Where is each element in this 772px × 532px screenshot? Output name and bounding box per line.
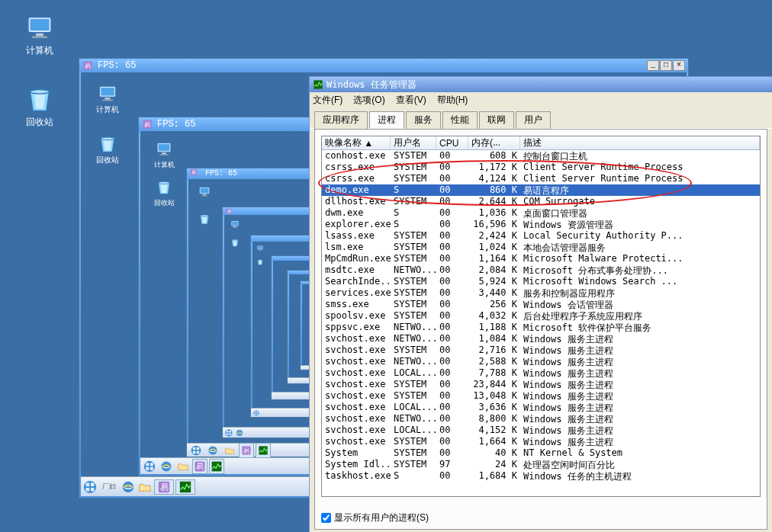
table-row[interactable]: dwm.exeS001,036 K桌面窗口管理器 xyxy=(322,207,760,219)
computer-icon xyxy=(24,12,55,41)
task-manager-window[interactable]: Windows 任务管理器 文件(F) 选项(O) 查看(V) 帮助(H) 应用… xyxy=(309,76,772,532)
col-mem[interactable]: 内存(... xyxy=(468,136,520,149)
taskmgr-tabpane: 映像名称 ▲ 用户名 CPU 内存(... 描述 conhost.exeSYST… xyxy=(314,129,767,530)
e-icon xyxy=(142,119,153,130)
table-row[interactable]: svchost.exeSYSTEM0023,844 KWindows 服务主进程 xyxy=(322,379,760,390)
close-button[interactable]: × xyxy=(673,60,685,71)
mini-computer-2[interactable]: 计算机 xyxy=(148,139,180,170)
col-cpu[interactable]: CPU xyxy=(436,136,468,149)
table-row[interactable]: lsm.exeSYSTEM001,024 K本地会话管理器服务 xyxy=(322,242,760,253)
mini-computer-3[interactable] xyxy=(193,185,216,199)
search-box[interactable]: 厂妇 xyxy=(99,479,119,495)
table-row[interactable]: svchost.exeLOCAL...003,636 KWindows 服务主进… xyxy=(322,402,760,413)
recycle-icon xyxy=(24,84,55,113)
fps-titlebar[interactable]: FPS: 65 _ □ × xyxy=(79,59,688,72)
tab-apps[interactable]: 应用程序 xyxy=(314,111,368,129)
recycle-icon xyxy=(97,133,118,153)
tab-services[interactable]: 服务 xyxy=(406,111,441,129)
ie-icon[interactable] xyxy=(159,459,174,474)
e-icon xyxy=(82,60,93,71)
table-row[interactable]: services.exeSYSTEM003,440 K服务和控制器应用程序 xyxy=(322,287,760,299)
desktop-icon-computer[interactable]: 计算机 xyxy=(15,12,64,57)
table-row[interactable]: svchost.exeNETWO...008,800 KWindows 服务主进… xyxy=(322,413,760,425)
tab-processes[interactable]: 进程 xyxy=(369,111,404,129)
folder-icon[interactable] xyxy=(137,479,153,495)
menu-help[interactable]: 帮助(H) xyxy=(437,94,468,107)
taskmgr-icon[interactable] xyxy=(175,479,195,495)
table-row[interactable]: svchost.exeSYSTEM001,664 KWindows 服务主进程 xyxy=(322,436,760,447)
taskmgr-icon[interactable] xyxy=(209,459,224,474)
taskmgr-titlebar[interactable]: Windows 任务管理器 xyxy=(310,77,772,92)
show-all-users-checkbox-row: 显示所有用户的进程(S) xyxy=(321,511,429,524)
table-row[interactable]: taskhost.exeS001,684 KWindows 任务的主机进程 xyxy=(322,470,760,482)
table-row[interactable]: svchost.exeSYSTEM0013,048 KWindows 服务主进程 xyxy=(322,390,760,402)
recycle-icon xyxy=(198,213,211,225)
taskmgr-icon[interactable] xyxy=(256,443,271,458)
listview-header: 映像名称 ▲ 用户名 CPU 内存(... 描述 xyxy=(322,136,760,150)
taskmgr-tabs: 应用程序 进程 服务 性能 联网 用户 xyxy=(310,107,772,129)
fps-title: FPS: 65 xyxy=(98,59,136,72)
table-row[interactable]: svchost.exeLOCAL...004,152 KWindows 服务主进… xyxy=(322,425,760,436)
start-icon[interactable] xyxy=(188,443,204,458)
table-row[interactable]: svchost.exeLOCAL...007,788 KWindows 服务主进… xyxy=(322,367,760,379)
computer-icon xyxy=(153,139,175,159)
table-row[interactable]: demo.exeS00860 K易语言程序 xyxy=(322,184,760,196)
col-desc[interactable]: 描述 xyxy=(520,136,760,149)
table-row[interactable]: conhost.exeSYSTEM00608 K控制台窗口主机 xyxy=(322,150,760,162)
table-row[interactable]: msdtc.exeNETWO...002,084 KMicrosoft 分布式事… xyxy=(322,264,760,276)
folder-icon[interactable] xyxy=(222,443,237,458)
taskmgr-title: Windows 任务管理器 xyxy=(326,79,417,91)
recycle-icon xyxy=(153,177,175,197)
tab-net[interactable]: 联网 xyxy=(479,111,514,129)
e-icon[interactable] xyxy=(192,459,207,474)
table-row[interactable]: SystemSYSTEM0040 KNT Kernel & System xyxy=(322,447,760,459)
maximize-button[interactable]: □ xyxy=(660,60,672,71)
listview-body[interactable]: conhost.exeSYSTEM00608 K控制台窗口主机csrss.exe… xyxy=(322,150,760,482)
table-row[interactable]: svchost.exeSYSTEM002,716 KWindows 服务主进程 xyxy=(322,345,760,356)
computer-icon xyxy=(97,83,118,103)
table-row[interactable]: lsass.exeSYSTEM002,424 KLocal Security A… xyxy=(322,230,760,242)
e-icon[interactable] xyxy=(154,479,174,495)
menu-file[interactable]: 文件(F) xyxy=(313,94,343,107)
mini-recycle-1[interactable]: 回收站 xyxy=(92,133,124,165)
mini-recycle-3[interactable] xyxy=(193,213,216,226)
menu-options[interactable]: 选项(O) xyxy=(353,94,384,107)
table-row[interactable]: SearchInde...SYSTEM005,924 KMicrosoft Wi… xyxy=(322,276,760,287)
table-row[interactable]: sppsvc.exeNETWO...001,188 KMicrosoft 软件保… xyxy=(322,322,760,333)
taskmgr-menubar: 文件(F) 选项(O) 查看(V) 帮助(H) xyxy=(310,92,772,107)
mini-recycle-2[interactable]: 回收站 xyxy=(148,177,180,208)
menu-view[interactable]: 查看(V) xyxy=(396,94,426,107)
minimize-button[interactable]: _ xyxy=(647,60,659,71)
process-listview[interactable]: 映像名称 ▲ 用户名 CPU 内存(... 描述 conhost.exeSYST… xyxy=(321,136,761,497)
taskmgr-icon xyxy=(313,79,323,90)
table-row[interactable]: MpCmdRun.exeSYSTEM001,164 KMicrosoft Mal… xyxy=(322,253,760,264)
desktop-icon-label: 回收站 xyxy=(15,116,64,129)
table-row[interactable]: csrss.exeSYSTEM001,172 KClient Server Ru… xyxy=(322,162,760,173)
e-icon[interactable] xyxy=(239,443,254,458)
desktop-icon-recycle[interactable]: 回收站 xyxy=(15,84,64,129)
tab-users[interactable]: 用户 xyxy=(516,111,551,129)
e-icon xyxy=(226,208,232,214)
table-row[interactable]: System Idl...SYSTEM9724 K处理器空闲时间百分比 xyxy=(322,459,760,470)
computer-icon xyxy=(198,185,211,197)
table-row[interactable]: svchost.exeNETWO...002,588 KWindows 服务主进… xyxy=(322,356,760,367)
ie-icon[interactable] xyxy=(121,479,136,495)
start-icon[interactable] xyxy=(82,479,98,495)
mini-computer-1[interactable]: 计算机 xyxy=(92,83,124,115)
ie-icon[interactable] xyxy=(205,443,220,458)
table-row[interactable]: csrss.exeSYSTEM004,124 KClient Server Ru… xyxy=(322,173,760,184)
show-all-users-label: 显示所有用户的进程(S) xyxy=(334,511,429,524)
table-row[interactable]: svchost.exeNETWO...001,084 KWindows 服务主进… xyxy=(322,333,760,345)
table-row[interactable]: explorer.exeS0016,596 KWindows 资源管理器 xyxy=(322,219,760,230)
col-user[interactable]: 用户名 xyxy=(391,136,436,149)
show-all-users-checkbox[interactable] xyxy=(321,513,331,523)
desktop-icon-label: 计算机 xyxy=(15,44,64,57)
table-row[interactable]: spoolsv.exeSYSTEM004,032 K后台处理程序子系统应用程序 xyxy=(322,310,760,322)
e-icon xyxy=(190,168,201,179)
col-image[interactable]: 映像名称 ▲ xyxy=(322,136,391,149)
table-row[interactable]: smss.exeSYSTEM00256 KWindows 会话管理器 xyxy=(322,299,760,310)
table-row[interactable]: dllhost.exeSYSTEM002,644 KCOM Surrogate xyxy=(322,196,760,207)
start-icon[interactable] xyxy=(142,459,157,474)
tab-perf[interactable]: 性能 xyxy=(442,111,478,129)
folder-icon[interactable] xyxy=(175,459,191,474)
